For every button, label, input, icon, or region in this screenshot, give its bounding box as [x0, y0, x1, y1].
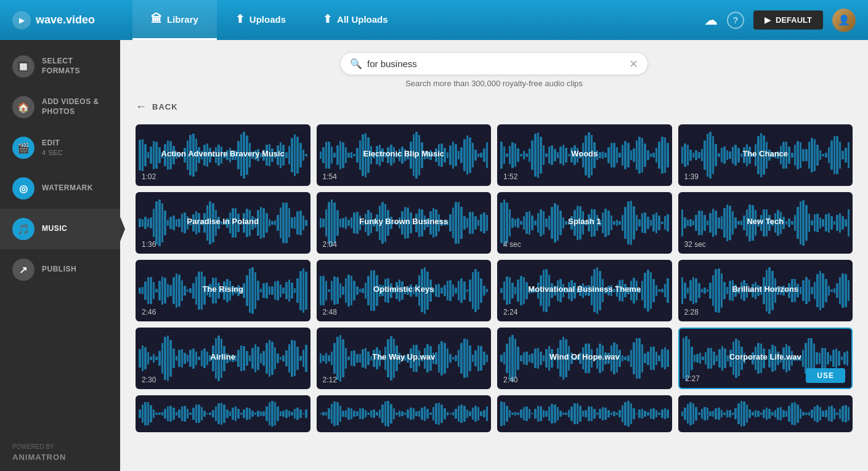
audio-card-duration-motivational-business: 2:24: [503, 308, 517, 316]
audio-card-title-woods: Woods: [514, 149, 654, 159]
audio-card-partial-3[interactable]: [497, 395, 672, 432]
tab-all-uploads-label: All Uploads: [337, 14, 388, 25]
audio-card-optimistic-keys[interactable]: Optimistic Keys2:48: [317, 260, 492, 321]
use-button-corporate-life[interactable]: USE: [806, 368, 845, 383]
audio-grid: Action Adventure Bravery Music1:02Electr…: [136, 124, 853, 389]
publish-icon: ↗: [12, 259, 34, 281]
audio-card-brilliant-horizons[interactable]: Brilliant Horizons2:28: [678, 260, 853, 321]
search-hint: Search more than 300,000 royalty-free au…: [405, 79, 583, 88]
sidebar-item-edit[interactable]: 🎬 EDIT 4 sec: [0, 127, 120, 168]
waveform-partial-4: [678, 395, 853, 432]
help-icon[interactable]: ?: [727, 12, 744, 29]
audio-card-airline[interactable]: Airline2:30: [136, 328, 310, 389]
audio-card-title-funky-brown: Funky Brown Business: [334, 217, 474, 227]
audio-card-duration-the-way-up: 2:12: [323, 376, 337, 384]
all-uploads-icon: ⬆: [323, 12, 332, 26]
search-clear-icon[interactable]: ✕: [629, 58, 638, 70]
logo-play-icon: ▶: [12, 11, 31, 30]
audio-card-duration-optimistic-keys: 2:48: [323, 308, 337, 316]
audio-card-duration-airline: 2:30: [142, 376, 156, 384]
watermark-icon: ◎: [12, 177, 34, 199]
audio-card-title-optimistic-keys: Optimistic Keys: [334, 284, 474, 295]
audio-card-paradise-in-poland[interactable]: Paradise In Poland1:36: [136, 192, 310, 254]
animatron-brand: ANIMATRON: [12, 453, 108, 462]
audio-card-title-action-adventure: Action Adventure Bravery Music: [153, 149, 293, 159]
audio-card-duration-splash1: 4 sec: [503, 240, 521, 249]
avatar-image: 👤: [832, 9, 856, 32]
default-label: DEFAULT: [776, 15, 812, 25]
audio-card-woods[interactable]: Woods1:52: [497, 124, 672, 186]
audio-card-title-paradise-in-poland: Paradise In Poland: [153, 217, 293, 227]
search-input[interactable]: [367, 58, 624, 69]
sidebar-item-watermark[interactable]: ◎ WATERMARK: [0, 168, 120, 209]
audio-grid-partial: [136, 395, 853, 432]
audio-card-duration-action-adventure: 1:02: [142, 172, 156, 181]
sidebar-item-music[interactable]: 🎵 MUSIC: [0, 209, 120, 249]
waveform-partial-1: [136, 395, 310, 432]
tab-library-label: Library: [167, 14, 198, 25]
audio-card-duration-wind-of-hope: 2:40: [503, 376, 517, 384]
audio-card-motivational-business[interactable]: Motivational Business Theme2:24: [497, 260, 672, 321]
top-right-controls: ☁ ? ▶ DEFAULT 👤: [704, 9, 856, 32]
audio-card-partial-1[interactable]: [136, 395, 310, 432]
sidebar-item-add-videos[interactable]: 🏠 ADD VIDEOS & PHOTOS: [0, 87, 120, 127]
audio-card-corporate-life[interactable]: Corporate Life.wav2:27USE: [678, 328, 853, 389]
search-container: 🔍 ✕ Search more than 300,000 royalty-fre…: [136, 52, 853, 88]
audio-card-action-adventure[interactable]: Action Adventure Bravery Music1:02: [136, 124, 310, 186]
tab-library[interactable]: 🏛 Library: [132, 0, 217, 40]
audio-card-new-tech[interactable]: New Tech32 sec: [678, 192, 853, 254]
sidebar-item-select-formats[interactable]: 🔲 SELECT FORMATS: [0, 46, 120, 87]
audio-card-title-the-way-up: The Way Up.wav: [334, 352, 474, 363]
add-videos-icon: 🏠: [12, 96, 34, 118]
sidebar-label-music: MUSIC: [42, 224, 67, 234]
audio-card-duration-electronic-blip: 1:54: [323, 172, 337, 181]
cloud-save-icon[interactable]: ☁: [704, 12, 718, 28]
audio-card-duration-the-chance: 1:39: [684, 172, 699, 181]
waveform-partial-3: [497, 395, 672, 432]
search-icon: 🔍: [350, 58, 362, 70]
audio-card-title-the-chance: The Chance: [696, 149, 835, 159]
library-icon: 🏛: [151, 13, 162, 26]
audio-card-splash1[interactable]: Splash 14 sec: [497, 192, 672, 254]
audio-card-duration-woods: 1:52: [503, 172, 517, 181]
logo-area: ▶ wave.video: [12, 11, 132, 30]
user-avatar[interactable]: 👤: [832, 9, 856, 32]
audio-card-title-corporate-life: Corporate Life.wav: [696, 352, 834, 363]
audio-card-the-chance[interactable]: The Chance1:39: [678, 124, 853, 186]
back-row[interactable]: ← BACK: [136, 100, 853, 113]
tab-uploads[interactable]: ⬆ Uploads: [217, 0, 304, 40]
audio-card-the-way-up[interactable]: The Way Up.wav2:12: [317, 328, 492, 389]
sidebar-item-publish[interactable]: ↗ PUBLISH: [0, 249, 120, 290]
audio-card-funky-brown[interactable]: Funky Brown Business2:04: [317, 192, 492, 254]
sidebar-label-select-formats: SELECT FORMATS: [42, 57, 108, 76]
uploads-icon: ⬆: [235, 12, 245, 26]
audio-card-title-airline: Airline: [153, 352, 293, 363]
logo-text: wave.video: [36, 14, 95, 26]
audio-card-the-rising[interactable]: The Rising2:46: [136, 260, 310, 321]
audio-card-electronic-blip[interactable]: Electronic Blip Music1:54: [317, 124, 492, 186]
nav-tabs: 🏛 Library ⬆ Uploads ⬆ All Uploads: [132, 0, 704, 40]
audio-card-title-new-tech: New Tech: [696, 217, 835, 227]
main-layout: 🔲 SELECT FORMATS 🏠 ADD VIDEOS & PHOTOS 🎬…: [0, 40, 868, 471]
default-button[interactable]: ▶ DEFAULT: [753, 10, 823, 30]
tab-uploads-label: Uploads: [249, 14, 286, 25]
audio-card-wind-of-hope[interactable]: Wind Of Hope.wav2:40: [497, 328, 672, 389]
tab-all-uploads[interactable]: ⬆ All Uploads: [304, 0, 407, 40]
sidebar-label-publish: PUBLISH: [42, 265, 76, 275]
audio-card-partial-2[interactable]: [317, 395, 492, 432]
back-label: BACK: [152, 102, 178, 111]
audio-card-duration-paradise-in-poland: 1:36: [142, 240, 156, 249]
waveform-partial-2: [317, 395, 492, 432]
audio-card-partial-4[interactable]: [678, 395, 853, 432]
search-box: 🔍 ✕: [340, 52, 648, 75]
audio-card-duration-funky-brown: 2:04: [323, 240, 337, 249]
audio-card-title-the-rising: The Rising: [153, 284, 293, 295]
audio-card-duration-brilliant-horizons: 2:28: [684, 308, 699, 316]
edit-icon: 🎬: [12, 137, 34, 159]
music-icon: 🎵: [12, 218, 34, 240]
sidebar-label-watermark: WATERMARK: [42, 183, 93, 193]
audio-card-title-wind-of-hope: Wind Of Hope.wav: [514, 352, 654, 363]
content-area: 🔍 ✕ Search more than 300,000 royalty-fre…: [120, 40, 868, 471]
select-formats-icon: 🔲: [12, 55, 34, 78]
sidebar-bottom: POWERED BY ANIMATRON: [0, 434, 120, 471]
